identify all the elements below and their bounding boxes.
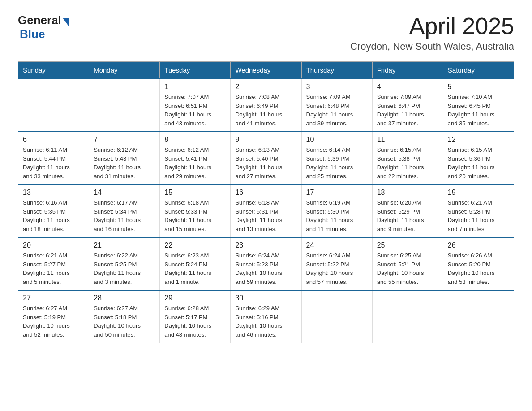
day-number: 28 [94,294,155,302]
calendar-day: 18Sunrise: 6:20 AM Sunset: 5:29 PM Dayli… [372,184,443,237]
day-number: 10 [306,136,368,144]
day-info: Sunrise: 6:19 AM Sunset: 5:30 PM Dayligh… [306,198,368,233]
day-number: 5 [448,83,509,91]
calendar-week-4: 20Sunrise: 6:21 AM Sunset: 5:27 PM Dayli… [18,237,514,290]
day-number: 12 [448,136,509,144]
calendar-day: 15Sunrise: 6:18 AM Sunset: 5:33 PM Dayli… [160,184,231,237]
day-info: Sunrise: 6:22 AM Sunset: 5:25 PM Dayligh… [94,251,155,286]
day-number: 18 [377,188,438,197]
day-number: 24 [306,241,368,249]
day-info: Sunrise: 6:25 AM Sunset: 5:21 PM Dayligh… [377,251,438,286]
calendar-day: 2Sunrise: 7:08 AM Sunset: 6:49 PM Daylig… [231,79,301,132]
page-subtitle: Croydon, New South Wales, Australia [350,41,514,52]
day-number: 16 [235,188,296,197]
calendar-day: 1Sunrise: 7:07 AM Sunset: 6:51 PM Daylig… [160,79,231,132]
day-number: 17 [306,188,368,197]
calendar-day: 24Sunrise: 6:24 AM Sunset: 5:22 PM Dayli… [301,237,372,290]
day-number: 2 [235,83,296,91]
day-info: Sunrise: 6:21 AM Sunset: 5:28 PM Dayligh… [448,198,509,233]
title-block: April 2025 Croydon, New South Wales, Aus… [350,13,514,52]
day-info: Sunrise: 6:24 AM Sunset: 5:22 PM Dayligh… [306,251,368,286]
day-info: Sunrise: 6:18 AM Sunset: 5:33 PM Dayligh… [164,198,226,233]
calendar-day: 22Sunrise: 6:23 AM Sunset: 5:24 PM Dayli… [160,237,231,290]
calendar-day: 29Sunrise: 6:28 AM Sunset: 5:17 PM Dayli… [160,290,231,343]
calendar-day: 6Sunrise: 6:11 AM Sunset: 5:44 PM Daylig… [18,132,89,184]
day-info: Sunrise: 7:10 AM Sunset: 6:45 PM Dayligh… [448,93,509,128]
calendar-day [301,290,372,343]
calendar-day: 20Sunrise: 6:21 AM Sunset: 5:27 PM Dayli… [18,237,89,290]
day-info: Sunrise: 6:29 AM Sunset: 5:16 PM Dayligh… [235,304,296,339]
day-number: 3 [306,83,368,91]
day-info: Sunrise: 6:28 AM Sunset: 5:17 PM Dayligh… [164,304,226,339]
day-info: Sunrise: 6:16 AM Sunset: 5:35 PM Dayligh… [23,198,84,233]
calendar-day: 14Sunrise: 6:17 AM Sunset: 5:34 PM Dayli… [89,184,160,237]
day-number: 19 [448,188,509,197]
calendar-header: SundayMondayTuesdayWednesdayThursdayFrid… [18,62,514,79]
day-info: Sunrise: 6:27 AM Sunset: 5:18 PM Dayligh… [94,304,155,339]
day-info: Sunrise: 6:27 AM Sunset: 5:19 PM Dayligh… [23,304,84,339]
calendar-week-2: 6Sunrise: 6:11 AM Sunset: 5:44 PM Daylig… [18,132,514,184]
day-info: Sunrise: 6:12 AM Sunset: 5:41 PM Dayligh… [164,146,226,180]
day-info: Sunrise: 6:26 AM Sunset: 5:20 PM Dayligh… [448,251,509,286]
day-number: 9 [235,136,296,144]
calendar-day [18,79,89,132]
day-number: 11 [377,136,438,144]
header-tuesday: Tuesday [160,62,231,79]
day-info: Sunrise: 6:23 AM Sunset: 5:24 PM Dayligh… [164,251,226,286]
calendar-day: 7Sunrise: 6:12 AM Sunset: 5:43 PM Daylig… [89,132,160,184]
day-info: Sunrise: 6:24 AM Sunset: 5:23 PM Dayligh… [235,251,296,286]
day-info: Sunrise: 7:09 AM Sunset: 6:48 PM Dayligh… [306,93,368,128]
calendar-day: 11Sunrise: 6:15 AM Sunset: 5:38 PM Dayli… [372,132,443,184]
logo-blue-text: Blue [20,27,45,41]
calendar-day: 13Sunrise: 6:16 AM Sunset: 5:35 PM Dayli… [18,184,89,237]
day-info: Sunrise: 7:07 AM Sunset: 6:51 PM Dayligh… [164,93,226,128]
logo-general-text: General [18,13,61,27]
calendar-day: 21Sunrise: 6:22 AM Sunset: 5:25 PM Dayli… [89,237,160,290]
day-number: 1 [164,83,226,91]
calendar-day: 9Sunrise: 6:13 AM Sunset: 5:40 PM Daylig… [231,132,301,184]
day-info: Sunrise: 6:12 AM Sunset: 5:43 PM Dayligh… [94,146,155,180]
day-number: 21 [94,241,155,249]
day-number: 26 [448,241,509,249]
calendar-table: SundayMondayTuesdayWednesdayThursdayFrid… [18,61,514,343]
header-wednesday: Wednesday [231,62,301,79]
calendar-day: 23Sunrise: 6:24 AM Sunset: 5:23 PM Dayli… [231,237,301,290]
day-info: Sunrise: 6:13 AM Sunset: 5:40 PM Dayligh… [235,146,296,180]
day-number: 30 [235,294,296,302]
day-number: 14 [94,188,155,197]
calendar-week-5: 27Sunrise: 6:27 AM Sunset: 5:19 PM Dayli… [18,290,514,343]
day-info: Sunrise: 6:15 AM Sunset: 5:36 PM Dayligh… [448,146,509,180]
day-number: 4 [377,83,438,91]
calendar-day: 25Sunrise: 6:25 AM Sunset: 5:21 PM Dayli… [372,237,443,290]
logo: General Blue [18,13,69,41]
header-monday: Monday [89,62,160,79]
page-title: April 2025 [350,13,514,39]
day-info: Sunrise: 6:18 AM Sunset: 5:31 PM Dayligh… [235,198,296,233]
day-number: 27 [23,294,84,302]
day-number: 8 [164,136,226,144]
day-info: Sunrise: 6:11 AM Sunset: 5:44 PM Dayligh… [23,146,84,180]
calendar-day: 16Sunrise: 6:18 AM Sunset: 5:31 PM Dayli… [231,184,301,237]
calendar-day: 30Sunrise: 6:29 AM Sunset: 5:16 PM Dayli… [231,290,301,343]
calendar-header-row: SundayMondayTuesdayWednesdayThursdayFrid… [18,62,514,79]
calendar-day: 27Sunrise: 6:27 AM Sunset: 5:19 PM Dayli… [18,290,89,343]
day-number: 22 [164,241,226,249]
calendar-day: 4Sunrise: 7:09 AM Sunset: 6:47 PM Daylig… [372,79,443,132]
calendar-day: 28Sunrise: 6:27 AM Sunset: 5:18 PM Dayli… [89,290,160,343]
day-info: Sunrise: 7:09 AM Sunset: 6:47 PM Dayligh… [377,93,438,128]
calendar-body: 1Sunrise: 7:07 AM Sunset: 6:51 PM Daylig… [18,79,514,343]
calendar-week-3: 13Sunrise: 6:16 AM Sunset: 5:35 PM Dayli… [18,184,514,237]
calendar-day: 8Sunrise: 6:12 AM Sunset: 5:41 PM Daylig… [160,132,231,184]
day-number: 7 [94,136,155,144]
day-info: Sunrise: 7:08 AM Sunset: 6:49 PM Dayligh… [235,93,296,128]
day-info: Sunrise: 6:21 AM Sunset: 5:27 PM Dayligh… [23,251,84,286]
calendar-day: 3Sunrise: 7:09 AM Sunset: 6:48 PM Daylig… [301,79,372,132]
calendar-day: 17Sunrise: 6:19 AM Sunset: 5:30 PM Dayli… [301,184,372,237]
calendar-day [89,79,160,132]
calendar-week-1: 1Sunrise: 7:07 AM Sunset: 6:51 PM Daylig… [18,79,514,132]
calendar-day [372,290,443,343]
calendar-day [443,290,514,343]
header-saturday: Saturday [443,62,514,79]
page-header: General Blue April 2025 Croydon, New Sou… [18,13,514,52]
header-sunday: Sunday [18,62,89,79]
